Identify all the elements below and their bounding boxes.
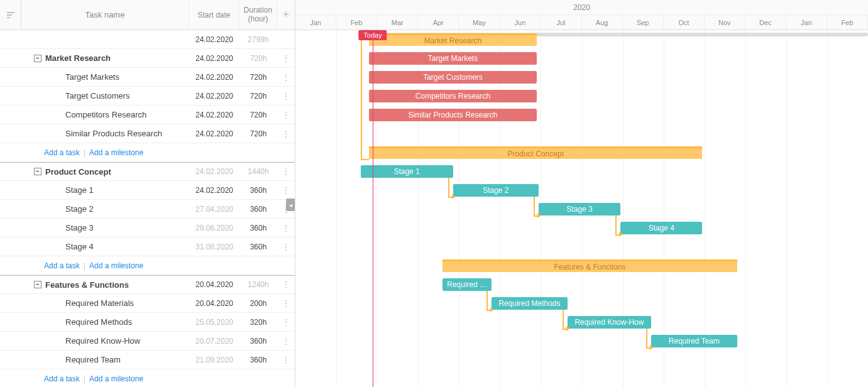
add-milestone-link[interactable]: Add a milestone <box>89 261 143 270</box>
gantt-bar[interactable]: Required … <box>442 278 492 291</box>
gantt-bar[interactable]: Target Customers <box>369 71 537 84</box>
gantt-bar[interactable]: Required Methods <box>492 297 567 310</box>
task-duration: 360h <box>239 243 277 251</box>
table-row[interactable]: Stage 329.06.2020360h⋮ <box>0 219 295 237</box>
today-label: Today <box>358 30 387 40</box>
table-row[interactable]: Target Markets24.02.2020720h⋮ <box>0 68 295 87</box>
row-menu[interactable]: ⋮ <box>277 336 295 346</box>
month-cell: Jun <box>500 15 541 30</box>
task-date: 31.08.2020 <box>189 243 239 251</box>
table-row[interactable]: Required Team21.09.2020360h⋮ <box>0 351 295 369</box>
gantt-bar[interactable]: Similar Products Research <box>369 109 537 121</box>
add-column-button[interactable]: + <box>277 0 295 30</box>
row-menu[interactable]: ⋮ <box>277 242 295 252</box>
table-row[interactable]: Stage 124.02.2020360h⋮ <box>0 181 295 200</box>
task-duration: 360h <box>239 224 277 232</box>
table-row[interactable]: Required Materials20.04.2020200h⋮ <box>0 294 295 313</box>
gantt-bar[interactable]: Stage 3 <box>539 203 620 215</box>
today-marker <box>373 30 373 387</box>
month-cell: Sep <box>623 15 664 30</box>
collapse-panel-handle[interactable]: ◂ <box>286 199 295 211</box>
add-task-link[interactable]: Add a task <box>44 374 80 383</box>
task-duration: 360h <box>239 337 277 346</box>
task-table: Task name Start date Duration (hour) + 2… <box>0 0 295 387</box>
task-name: Target Customers <box>65 91 130 101</box>
task-name: Stage 3 <box>65 223 94 232</box>
task-name: Features & Functions <box>45 280 129 290</box>
filter-button[interactable] <box>0 0 21 30</box>
task-duration: 720h <box>239 92 277 101</box>
gantt-bar[interactable]: Market Research <box>369 33 537 46</box>
table-row[interactable]: Competitors Research24.02.2020720h⋮ <box>0 106 295 124</box>
collapse-toggle[interactable]: − <box>34 281 41 288</box>
table-body: 24.02.20202799h−Market Research24.02.202… <box>0 30 295 387</box>
gantt-bar[interactable]: Competitors Research <box>369 90 537 102</box>
task-duration: 720h <box>239 54 277 63</box>
row-menu[interactable]: ⋮ <box>277 223 295 233</box>
task-name: Stage 1 <box>65 185 94 195</box>
col-task-name: Task name <box>21 0 189 30</box>
table-row[interactable]: Required Methods25.05.2020320h⋮ <box>0 313 295 332</box>
task-date: 20.04.2020 <box>189 280 239 289</box>
task-date: 20.07.2020 <box>189 337 239 346</box>
task-date: 27.04.2020 <box>189 205 239 214</box>
row-menu[interactable]: ⋮ <box>277 298 295 308</box>
gantt-bar[interactable]: Stage 1 <box>361 165 453 178</box>
month-cell: Feb <box>827 15 868 30</box>
task-duration: 360h <box>239 205 277 214</box>
table-row[interactable]: Stage 227.04.2020360h⋮ <box>0 200 295 219</box>
row-menu[interactable]: ⋮ <box>277 185 295 195</box>
row-menu[interactable]: ⋮ <box>277 317 295 327</box>
task-date: 24.02.2020 <box>189 111 239 119</box>
month-cell: May <box>459 15 500 30</box>
month-cell: Apr <box>418 15 459 30</box>
task-name: Competitors Research <box>65 110 146 119</box>
gantt-bar[interactable]: Target Markets <box>369 52 537 65</box>
collapse-toggle[interactable]: − <box>34 55 41 62</box>
row-menu[interactable]: ⋮ <box>277 91 295 101</box>
gantt-bar[interactable]: Product Concept <box>369 146 702 159</box>
task-name: Product Concept <box>45 167 111 177</box>
row-menu[interactable]: ⋮ <box>277 53 295 63</box>
table-row[interactable]: −Product Concept24.02.20201440h⋮ <box>0 162 295 181</box>
table-row[interactable]: Required Know-How20.07.2020360h⋮ <box>0 332 295 351</box>
col-start-date: Start date <box>189 0 239 30</box>
table-row[interactable]: Target Customers24.02.2020720h⋮ <box>0 87 295 106</box>
table-row[interactable]: −Features & Functions20.04.20201240h⋮ <box>0 275 295 294</box>
add-row: Add a task|Add a milestone <box>0 369 295 387</box>
row-menu[interactable]: ⋮ <box>277 72 295 82</box>
gantt-bar[interactable]: Required Know-How <box>568 316 651 329</box>
task-date: 29.06.2020 <box>189 224 239 232</box>
row-menu[interactable]: ⋮ <box>277 129 295 139</box>
add-milestone-link[interactable]: Add a milestone <box>89 374 143 383</box>
gantt-bar[interactable]: Features & Functions <box>442 259 737 272</box>
task-name: Required Team <box>65 355 121 364</box>
row-menu[interactable]: ⋮ <box>277 280 295 290</box>
task-name: Required Methods <box>65 317 132 327</box>
task-name: Similar Products Research <box>65 129 162 138</box>
row-menu[interactable]: ⋮ <box>277 166 295 177</box>
col-duration: Duration (hour) <box>239 0 277 30</box>
collapse-toggle[interactable]: − <box>34 168 41 175</box>
table-row[interactable]: 24.02.20202799h <box>0 30 295 49</box>
add-row: Add a task|Add a milestone <box>0 256 295 275</box>
add-milestone-link[interactable]: Add a milestone <box>89 148 143 157</box>
table-row[interactable]: Stage 431.08.2020360h⋮ <box>0 237 295 256</box>
row-menu[interactable]: ⋮ <box>277 110 295 120</box>
chart-area[interactable]: Market ResearchTarget MarketsTarget Cust… <box>295 30 868 387</box>
gantt-bar[interactable]: Required Team <box>651 335 737 347</box>
task-duration: 360h <box>239 356 277 364</box>
gantt-bar[interactable]: Stage 2 <box>453 184 539 197</box>
row-menu[interactable]: ⋮ <box>277 355 295 365</box>
task-date: 24.02.2020 <box>189 73 239 82</box>
gantt-panel: 2020 JanFebMarAprMayJunJulAugSepOctNovDe… <box>295 0 868 387</box>
add-task-link[interactable]: Add a task <box>44 261 80 270</box>
month-cell: Mar <box>377 15 418 30</box>
table-row[interactable]: −Market Research24.02.2020720h⋮ <box>0 49 295 68</box>
add-task-link[interactable]: Add a task <box>44 148 80 157</box>
table-row[interactable]: Similar Products Research24.02.2020720h⋮ <box>0 124 295 143</box>
task-duration: 360h <box>239 186 277 195</box>
task-duration: 720h <box>239 129 277 138</box>
gantt-bar[interactable]: Stage 4 <box>620 222 702 234</box>
month-cell: Jan <box>295 15 336 30</box>
